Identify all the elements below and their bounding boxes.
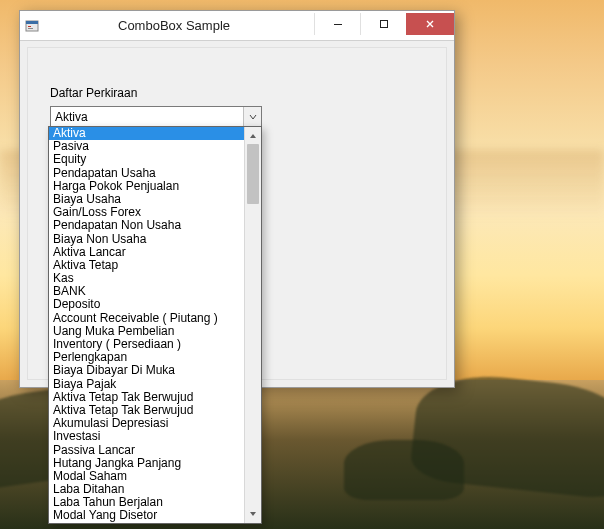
combobox-value: Aktiva xyxy=(55,110,243,124)
dropdown-item[interactable]: Aktiva Lancar xyxy=(49,246,244,259)
dropdown-item[interactable]: Deposito xyxy=(49,298,244,311)
titlebar[interactable]: ComboBox Sample xyxy=(20,11,454,41)
dropdown-item[interactable]: Harga Pokok Penjualan xyxy=(49,180,244,193)
maximize-button[interactable] xyxy=(360,13,406,35)
svg-rect-5 xyxy=(380,20,387,27)
dropdown-item[interactable]: Investasi xyxy=(49,430,244,443)
wallpaper-wave xyxy=(344,440,464,500)
scroll-track[interactable] xyxy=(245,144,261,506)
dropdown-item[interactable]: Biaya Dibayar Di Muka xyxy=(49,364,244,377)
minimize-button[interactable] xyxy=(314,13,360,35)
combobox[interactable]: Aktiva xyxy=(50,106,262,127)
close-button[interactable] xyxy=(406,13,454,35)
dropdown-item[interactable]: Equity xyxy=(49,153,244,166)
dropdown-item[interactable]: Aktiva Tetap Tak Berwujud xyxy=(49,391,244,404)
window-title: ComboBox Sample xyxy=(44,18,314,33)
svg-rect-2 xyxy=(28,26,31,27)
dropdown-item[interactable]: Biaya Pajak xyxy=(49,378,244,391)
svg-rect-4 xyxy=(334,24,342,25)
system-icon[interactable] xyxy=(20,18,44,34)
dropdown-item[interactable]: Aktiva Tetap xyxy=(49,259,244,272)
chevron-down-icon[interactable] xyxy=(243,107,261,126)
scroll-thumb[interactable] xyxy=(247,144,259,204)
svg-rect-3 xyxy=(28,28,33,29)
dropdown-item[interactable]: Account Receivable ( Piutang ) xyxy=(49,312,244,325)
svg-rect-1 xyxy=(26,21,38,24)
dropdown-item[interactable]: Hutang Jangka Panjang xyxy=(49,457,244,470)
dropdown-item[interactable]: Pendapatan Usaha xyxy=(49,167,244,180)
dropdown-list[interactable]: AktivaPasivaEquityPendapatan UsahaHarga … xyxy=(49,127,244,523)
scrollbar[interactable] xyxy=(244,127,261,523)
dropdown-item[interactable]: Modal Yang Disetor xyxy=(49,509,244,522)
dropdown-item[interactable]: Pendapatan Non Usaha xyxy=(49,219,244,232)
combo-label: Daftar Perkiraan xyxy=(50,86,137,100)
combobox-dropdown: AktivaPasivaEquityPendapatan UsahaHarga … xyxy=(48,126,262,524)
dropdown-item[interactable]: Biaya Non Usaha xyxy=(49,233,244,246)
scroll-up-button[interactable] xyxy=(245,127,261,144)
dropdown-item[interactable]: Passiva Lancar xyxy=(49,444,244,457)
scroll-down-button[interactable] xyxy=(245,506,261,523)
